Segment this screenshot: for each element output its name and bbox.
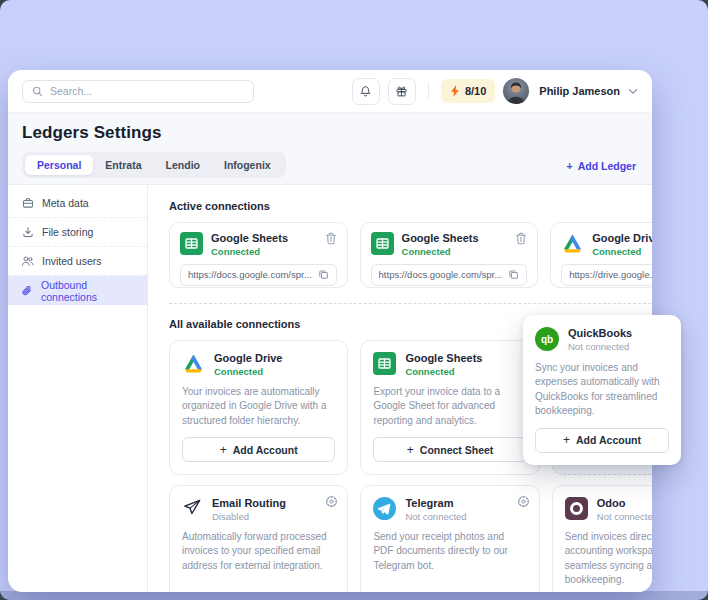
active-card-google-sheets-1: Google Sheets Connected https://docs.goo… bbox=[169, 222, 348, 288]
connection-status: Connected bbox=[214, 366, 282, 377]
connection-url: https://docs.google.com/spr... bbox=[379, 269, 503, 280]
rewards-button[interactable] bbox=[388, 78, 416, 105]
add-ledger-label: Add Ledger bbox=[578, 160, 636, 172]
connection-status: Connected bbox=[592, 246, 652, 257]
plus-icon: + bbox=[563, 434, 570, 446]
plus-icon: + bbox=[220, 444, 227, 456]
search-icon bbox=[32, 86, 43, 97]
connection-status: Not connected bbox=[568, 341, 632, 352]
connection-title: Email Routing bbox=[212, 497, 286, 510]
connection-title: Google Sheets bbox=[405, 352, 482, 365]
google-sheets-icon bbox=[373, 352, 396, 375]
sidebar-item-meta-data[interactable]: Meta data bbox=[8, 189, 147, 218]
sidebar-item-outbound-connections[interactable]: Outbound connections bbox=[8, 276, 147, 305]
connection-url: https://drive.google.com/driv... bbox=[569, 269, 652, 280]
google-sheets-icon bbox=[180, 232, 203, 255]
user-name: Philip Jameson bbox=[539, 85, 620, 97]
connection-status: Not connected bbox=[597, 511, 652, 522]
quickbooks-icon: qb bbox=[535, 327, 559, 351]
available-card-odoo: Odoo Not connected Send invoices directl… bbox=[552, 485, 652, 592]
connection-title: QuickBooks bbox=[568, 327, 632, 340]
page-title: Ledgers Settings bbox=[22, 123, 638, 143]
gift-icon bbox=[395, 85, 408, 98]
button-label: Connect Sheet bbox=[420, 444, 494, 456]
search-input[interactable] bbox=[22, 80, 254, 103]
sidebar-item-label: Meta data bbox=[42, 197, 89, 209]
sidebar-item-invited-users[interactable]: Invited users bbox=[8, 247, 147, 276]
connection-title: Odoo bbox=[597, 497, 652, 510]
top-bar: 8/10 Philip Jameson bbox=[8, 70, 652, 112]
sidebar-item-file-storing[interactable]: File storing bbox=[8, 218, 147, 247]
connection-url-field[interactable]: https://docs.google.com/spr... bbox=[180, 264, 337, 286]
connection-title: Google Sheets bbox=[402, 232, 508, 245]
download-icon bbox=[21, 226, 34, 238]
usage-count: 8/10 bbox=[465, 85, 486, 97]
connection-status: Not connected bbox=[405, 511, 466, 522]
sidebar-item-label: Outbound connections bbox=[41, 279, 134, 303]
chevron-down-icon[interactable] bbox=[628, 88, 638, 95]
topbar-actions: 8/10 Philip Jameson bbox=[352, 78, 638, 105]
desktop-background: 8/10 Philip Jameson Ledgers Settings Per… bbox=[0, 0, 708, 600]
connection-title: Google Drive bbox=[592, 232, 652, 245]
sidebar-item-label: File storing bbox=[42, 226, 93, 238]
available-card-google-sheets: Google Sheets Connected Export your invo… bbox=[360, 340, 539, 475]
connection-status: Connected bbox=[211, 246, 317, 257]
topbar-divider bbox=[428, 82, 429, 100]
connection-url-field[interactable]: https://docs.google.com/spr... bbox=[371, 264, 528, 286]
tab-entrata[interactable]: Entrata bbox=[93, 155, 153, 175]
plus-icon: + bbox=[407, 444, 414, 456]
active-connections-grid: Google Sheets Connected https://docs.goo… bbox=[169, 222, 652, 288]
bell-icon bbox=[359, 85, 372, 98]
ledger-tabs: Personal Entrata Lendio Infogenix bbox=[22, 152, 286, 178]
page-header: Ledgers Settings Personal Entrata Lendio… bbox=[8, 112, 652, 185]
delete-connection-button[interactable] bbox=[515, 232, 527, 245]
connection-title: Google Sheets bbox=[211, 232, 317, 245]
bolt-icon bbox=[450, 85, 460, 97]
available-card-telegram: Telegram Not connected Send your receipt… bbox=[360, 485, 539, 592]
avatar[interactable] bbox=[503, 78, 529, 104]
odoo-icon bbox=[565, 497, 588, 520]
connection-url-field[interactable]: https://drive.google.com/driv... bbox=[561, 264, 652, 286]
active-connections-title: Active connections bbox=[169, 200, 652, 212]
briefcase-icon bbox=[21, 197, 34, 209]
connect-sheet-button[interactable]: + Connect Sheet bbox=[373, 437, 526, 462]
paperclip-icon bbox=[21, 285, 33, 297]
connection-description: Sync your invoices and expenses automati… bbox=[535, 361, 669, 419]
add-account-button[interactable]: + Add Account bbox=[535, 428, 669, 453]
add-account-button[interactable]: + Add Account bbox=[182, 437, 335, 462]
google-sheets-icon bbox=[371, 232, 394, 255]
delete-connection-button[interactable] bbox=[325, 232, 337, 245]
plus-icon: + bbox=[567, 160, 573, 172]
usage-badge[interactable]: 8/10 bbox=[441, 79, 495, 103]
users-icon bbox=[21, 255, 34, 267]
notifications-button[interactable] bbox=[352, 78, 380, 105]
gear-icon[interactable] bbox=[325, 495, 338, 508]
connection-description: Your invoices are automatically organize… bbox=[182, 385, 335, 429]
button-label: Add Account bbox=[576, 434, 641, 446]
connection-status: Connected bbox=[405, 366, 482, 377]
connection-status: Connected bbox=[402, 246, 508, 257]
gear-icon[interactable] bbox=[517, 495, 530, 508]
connection-title: Google Drive bbox=[214, 352, 282, 365]
connection-description: Send your receipt photos and PDF documen… bbox=[373, 530, 526, 588]
copy-url-button[interactable] bbox=[508, 269, 519, 280]
button-label: Add Account bbox=[233, 444, 298, 456]
add-ledger-button[interactable]: + Add Ledger bbox=[567, 160, 636, 172]
active-card-google-drive: Google Drive Connected https://drive.goo… bbox=[550, 222, 652, 288]
connection-description: Send invoices directly to your accountin… bbox=[565, 530, 652, 588]
active-card-google-sheets-2: Google Sheets Connected https://docs.goo… bbox=[360, 222, 539, 288]
settings-sidebar: Meta data File storing Invited users bbox=[8, 185, 148, 592]
quickbooks-floating-card[interactable]: qb QuickBooks Not connected Sync your in… bbox=[523, 315, 681, 465]
sidebar-item-label: Invited users bbox=[42, 255, 102, 267]
email-routing-icon bbox=[182, 497, 203, 518]
available-card-google-drive: Google Drive Connected Your invoices are… bbox=[169, 340, 348, 475]
connection-description: Export your invoice data to a Google She… bbox=[373, 385, 526, 429]
section-divider bbox=[169, 303, 652, 304]
connection-description: Automatically forward processed invoices… bbox=[182, 530, 335, 588]
tab-infogenix[interactable]: Infogenix bbox=[212, 155, 283, 175]
google-drive-icon bbox=[182, 352, 205, 375]
copy-url-button[interactable] bbox=[318, 269, 329, 280]
tab-personal[interactable]: Personal bbox=[25, 155, 93, 175]
tab-lendio[interactable]: Lendio bbox=[154, 155, 212, 175]
search-field[interactable] bbox=[50, 85, 244, 97]
